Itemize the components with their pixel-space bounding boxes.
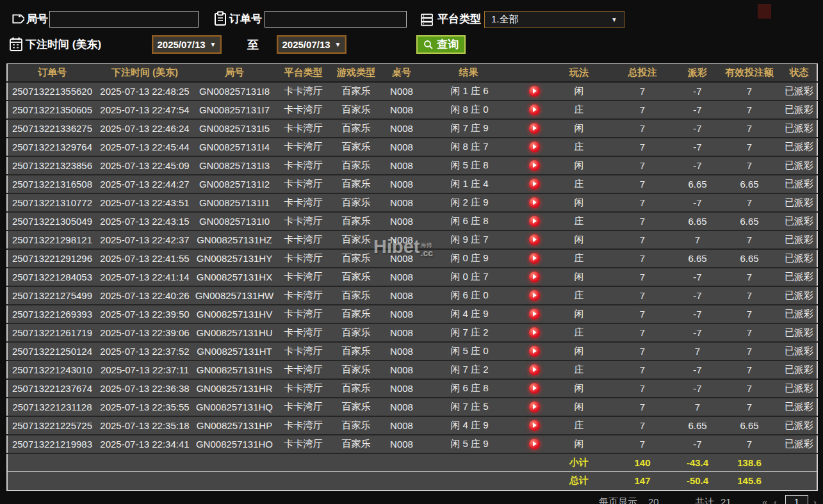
cell-valid-bet: 7 [717, 138, 781, 156]
col-header-valid-bet: 有效投注额 [717, 64, 781, 82]
cell-total-bet: 7 [607, 175, 678, 193]
cell-game-type: 百家乐 [330, 82, 382, 101]
cell-status-badge: 已派彩 [781, 231, 817, 249]
table-row: 250713221219983 2025-07-13 22:34:41 GN00… [7, 435, 817, 453]
cell-table-number: N008 [382, 138, 421, 156]
cell-play-type: 闲 [551, 193, 607, 212]
cell-round-number: GN008257131HQ [193, 398, 276, 416]
cell-payout: -7 [678, 268, 717, 286]
cell-order-number: 250713221305049 [7, 212, 97, 231]
cell-play-type: 庄 [551, 212, 607, 231]
replay-play-icon[interactable] [529, 309, 540, 320]
replay-play-icon[interactable] [529, 123, 540, 134]
replay-play-icon[interactable] [529, 104, 540, 115]
replay-play-icon[interactable] [529, 383, 540, 394]
replay-play-icon[interactable] [529, 253, 540, 264]
bet-time-label: 下注时间 (美东) [26, 37, 101, 53]
chevron-down-icon: ▼ [210, 41, 216, 48]
replay-play-icon[interactable] [529, 216, 540, 227]
cell-result: 闲 7 庄 2 [421, 361, 517, 379]
col-header-order: 订单号 [7, 64, 97, 82]
calendar-icon [9, 37, 23, 52]
next-icon[interactable]: › [813, 496, 817, 504]
replay-play-icon[interactable] [529, 439, 540, 450]
cell-order-number: 250713221250124 [7, 342, 97, 361]
cell-valid-bet: 7 [717, 342, 781, 361]
replay-play-icon[interactable] [529, 346, 540, 357]
date-range-to-label: 至 [247, 37, 259, 53]
cell-game-type: 百家乐 [330, 398, 382, 416]
cell-platform: 卡卡湾厅 [276, 231, 330, 249]
replay-play-icon[interactable] [529, 234, 540, 245]
pagination-bar: 每页显示 20 共计 21 « ‹ 1 › [0, 496, 823, 504]
cell-status-badge: 已派彩 [781, 156, 817, 175]
subtotal-bet: 140 [607, 453, 678, 472]
date-from-value: 2025/07/13 [158, 39, 206, 50]
replay-play-icon[interactable] [529, 197, 540, 208]
cell-payout: -7 [678, 119, 717, 138]
cell-replay [517, 305, 551, 323]
cell-round-number: GN008257131HX [193, 268, 276, 286]
cell-replay [517, 361, 551, 379]
date-to-picker[interactable]: 2025/07/13 ▼ [277, 35, 346, 54]
prev-page-icon[interactable]: « [762, 496, 767, 504]
cell-payout: 7 [678, 231, 717, 249]
col-header-bet-time: 下注时间 (美东) [97, 64, 193, 82]
order-number-input[interactable] [265, 11, 407, 28]
cell-valid-bet: 7 [717, 398, 781, 416]
cell-order-number: 250713221291296 [7, 249, 97, 268]
cell-bet-time: 2025-07-13 22:43:51 [97, 193, 193, 212]
replay-play-icon[interactable] [529, 364, 540, 375]
table-row: 250713221329764 2025-07-13 22:45:44 GN00… [7, 138, 817, 156]
cell-order-number: 250713221329764 [7, 138, 97, 156]
cell-status-badge: 已派彩 [781, 379, 817, 398]
cell-result: 闲 6 庄 8 [421, 379, 517, 398]
cell-platform: 卡卡湾厅 [276, 249, 330, 268]
platform-type-select[interactable]: 1.全部 ▼ [484, 11, 624, 28]
cell-payout: -7 [678, 138, 717, 156]
cell-platform: 卡卡湾厅 [276, 268, 330, 286]
cell-bet-time: 2025-07-13 22:43:15 [97, 212, 193, 231]
cell-platform: 卡卡湾厅 [276, 82, 330, 101]
query-button[interactable]: 查询 [416, 35, 466, 54]
replay-play-icon[interactable] [529, 327, 540, 338]
cell-payout: 6.65 [678, 249, 717, 268]
cell-order-number: 250713221336275 [7, 119, 97, 138]
cell-table-number: N008 [382, 268, 421, 286]
replay-play-icon[interactable] [529, 420, 540, 431]
replay-play-icon[interactable] [529, 272, 540, 282]
cell-result: 闲 5 庄 9 [421, 435, 517, 453]
current-page-input[interactable]: 1 [785, 495, 808, 504]
replay-play-icon[interactable] [529, 402, 540, 412]
cell-round-number: GN008257131I3 [193, 156, 276, 175]
replay-play-icon[interactable] [529, 142, 540, 152]
replay-play-icon[interactable] [529, 290, 540, 301]
replay-play-icon[interactable] [529, 160, 540, 171]
round-number-input[interactable] [49, 11, 199, 28]
table-row: 250713221336275 2025-07-13 22:46:24 GN00… [7, 119, 817, 138]
cell-result: 闲 4 庄 9 [421, 416, 517, 435]
cell-status-badge: 已派彩 [781, 138, 817, 156]
query-button-label: 查询 [437, 37, 459, 52]
subtotal-row: 小计 140 -43.4 138.6 [7, 453, 817, 472]
prev-icon[interactable]: ‹ [774, 496, 777, 504]
col-header-total-bet: 总投注 [607, 64, 678, 82]
cell-bet-time: 2025-07-13 22:35:55 [97, 398, 193, 416]
replay-play-icon[interactable] [529, 179, 540, 190]
cell-platform: 卡卡湾厅 [276, 361, 330, 379]
total-label: 总计 [551, 472, 607, 491]
cell-order-number: 250713221261719 [7, 323, 97, 342]
cell-valid-bet: 7 [717, 323, 781, 342]
cell-result: 闲 5 庄 0 [421, 342, 517, 361]
cell-valid-bet: 7 [717, 156, 781, 175]
replay-play-icon[interactable] [529, 86, 540, 97]
cell-table-number: N008 [382, 101, 421, 119]
cell-valid-bet: 7 [717, 268, 781, 286]
cell-result: 闲 7 庄 5 [421, 398, 517, 416]
clipboard-icon [213, 11, 227, 26]
cell-total-bet: 7 [607, 249, 678, 268]
date-from-picker[interactable]: 2025/07/13 ▼ [152, 35, 222, 54]
cell-table-number: N008 [382, 361, 421, 379]
cell-status-badge: 已派彩 [781, 175, 817, 193]
cell-game-type: 百家乐 [330, 435, 382, 453]
